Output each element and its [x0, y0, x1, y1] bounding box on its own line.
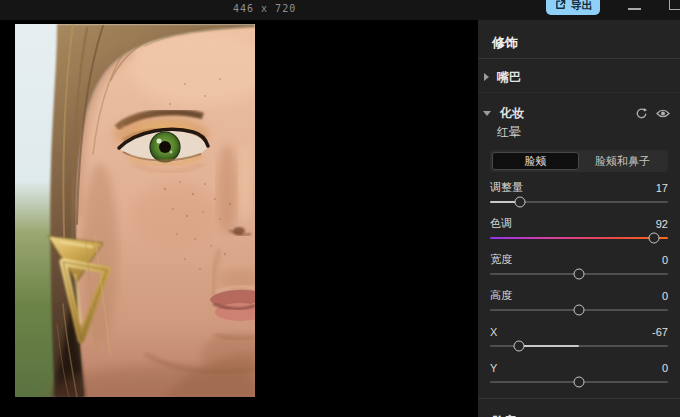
export-icon	[554, 0, 567, 11]
tab-cheeks-and-nose[interactable]: 脸颊和鼻子	[579, 152, 666, 170]
top-bar: 446 x 720 导出	[0, 0, 680, 20]
editor-canvas[interactable]	[0, 20, 478, 417]
slider-value: 17	[656, 182, 668, 194]
slider-label: 宽度	[490, 252, 512, 267]
slider-track[interactable]	[490, 304, 668, 316]
section-makeup-label: 化妆	[500, 105, 524, 122]
section-mouth-label: 嘴巴	[497, 69, 521, 86]
app-window: 446 x 720 导出	[0, 0, 680, 417]
slider-handle[interactable]	[515, 197, 526, 208]
chevron-down-icon	[483, 111, 491, 116]
blush-group-label: 红晕	[497, 124, 521, 141]
slider-fill	[519, 345, 579, 347]
portrait-photo	[15, 24, 255, 397]
retouch-panel: 修饰 嘴巴 化妆	[478, 20, 680, 417]
divider	[478, 58, 680, 59]
window-maximize-button[interactable]	[669, 0, 680, 10]
slider-label: Y	[490, 362, 497, 374]
window-minimize-button[interactable]	[628, 8, 641, 10]
slider-track[interactable]	[490, 268, 668, 280]
document-size-title: 446 x 720	[233, 3, 296, 14]
slider-value: 0	[662, 362, 668, 374]
slider-hue: 色调 92	[490, 217, 668, 253]
slider-handle[interactable]	[574, 377, 585, 388]
slider-list: 调整量 17 色调 92	[490, 181, 668, 397]
tab-cheeks[interactable]: 脸颊	[492, 152, 579, 170]
slider-track[interactable]	[490, 196, 668, 208]
slider-value: 92	[656, 218, 668, 230]
chevron-right-icon	[484, 73, 489, 81]
slider-label: 色调	[490, 216, 512, 231]
blush-target-tabs: 脸颊 脸颊和鼻子	[490, 150, 668, 172]
divider	[478, 398, 680, 399]
slider-width: 宽度 0	[490, 253, 668, 289]
slider-y: Y 0	[490, 361, 668, 397]
slider-track[interactable]	[490, 232, 668, 244]
slider-handle[interactable]	[648, 233, 659, 244]
slider-label: 高度	[490, 288, 512, 303]
slider-label: 调整量	[490, 180, 523, 195]
slider-value: 0	[662, 254, 668, 266]
slider-handle[interactable]	[574, 269, 585, 280]
section-mouth[interactable]: 嘴巴	[478, 62, 680, 92]
export-button-label: 导出	[571, 0, 593, 11]
slider-track-line	[490, 237, 668, 239]
slider-handle[interactable]	[574, 305, 585, 316]
slider-value: -67	[652, 326, 668, 338]
slider-value: 0	[662, 290, 668, 302]
slider-track[interactable]	[490, 376, 668, 388]
slider-label: X	[490, 326, 497, 338]
slider-x: X -67	[490, 325, 668, 361]
section-face[interactable]: 脸庞	[478, 406, 680, 417]
slider-adjust-amount: 调整量 17	[490, 181, 668, 217]
slider-track[interactable]	[490, 340, 668, 352]
visibility-eye-icon[interactable]	[656, 106, 670, 120]
divider	[478, 92, 680, 93]
export-button[interactable]: 导出	[546, 0, 600, 15]
panel-title: 修饰	[492, 34, 518, 52]
slider-height: 高度 0	[490, 289, 668, 325]
slider-handle[interactable]	[514, 341, 525, 352]
section-face-label: 脸庞	[492, 413, 516, 417]
reset-icon[interactable]	[634, 106, 648, 120]
